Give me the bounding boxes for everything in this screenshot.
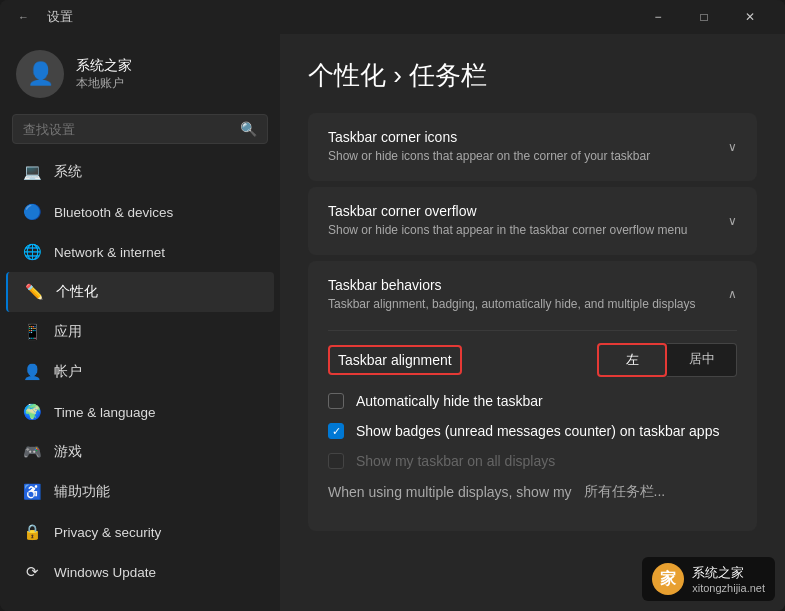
- sidebar-label-privacy: Privacy & security: [54, 525, 161, 540]
- watermark-name: 系统之家: [692, 564, 765, 582]
- user-info: 系统之家 本地账户: [76, 57, 132, 92]
- checkbox-autohide[interactable]: [328, 393, 344, 409]
- user-profile[interactable]: 👤 系统之家 本地账户: [0, 34, 280, 110]
- sidebar-item-system[interactable]: 💻 系统: [6, 152, 274, 192]
- privacy-icon: 🔒: [22, 522, 42, 542]
- gaming-icon: 🎮: [22, 442, 42, 462]
- content-area: 个性化 › 任务栏 Taskbar corner icons Show or h…: [280, 34, 785, 611]
- user-name: 系统之家: [76, 57, 132, 75]
- checkbox-row-badges: ✓ Show badges (unread messages counter) …: [328, 423, 737, 439]
- partial-row: When using multiple displays, show my 所有…: [328, 483, 737, 501]
- alignment-option-left[interactable]: 左: [597, 343, 667, 377]
- sidebar-label-time: Time & language: [54, 405, 156, 420]
- sidebar-label-gaming: 游戏: [54, 443, 82, 461]
- page-title: 个性化 › 任务栏: [308, 58, 757, 93]
- sidebar-label-network: Network & internet: [54, 245, 165, 260]
- behaviors-content: Taskbar alignment 左 居中 Automatically hid…: [308, 330, 757, 531]
- chevron-down-icon: ∨: [728, 140, 737, 154]
- card-corner-icons-text: Taskbar corner icons Show or hide icons …: [328, 129, 728, 165]
- alignment-label: Taskbar alignment: [338, 352, 452, 368]
- search-box[interactable]: 🔍: [12, 114, 268, 144]
- personalization-icon: ✏️: [24, 282, 44, 302]
- apps-icon: 📱: [22, 322, 42, 342]
- sidebar-label-bluetooth: Bluetooth & devices: [54, 205, 173, 220]
- sidebar-item-accessibility[interactable]: ♿ 辅助功能: [6, 472, 274, 512]
- window-title: 设置: [47, 8, 73, 26]
- card-behaviors-text: Taskbar behaviors Taskbar alignment, bad…: [328, 277, 728, 313]
- back-button[interactable]: ←: [12, 7, 35, 27]
- accessibility-icon: ♿: [22, 482, 42, 502]
- minimize-button[interactable]: −: [635, 0, 681, 34]
- checkbox-label-badges: Show badges (unread messages counter) on…: [356, 423, 719, 439]
- sidebar-label-accessibility: 辅助功能: [54, 483, 110, 501]
- title-bar: ← 设置 − □ ✕: [0, 0, 785, 34]
- alignment-option-center[interactable]: 居中: [667, 343, 737, 377]
- sidebar-item-personalization[interactable]: ✏️ 个性化: [6, 272, 274, 312]
- sidebar-item-privacy[interactable]: 🔒 Privacy & security: [6, 512, 274, 552]
- maximize-button[interactable]: □: [681, 0, 727, 34]
- card-corner-icons: Taskbar corner icons Show or hide icons …: [308, 113, 757, 181]
- card-behaviors: Taskbar behaviors Taskbar alignment, bad…: [308, 261, 757, 532]
- sidebar-item-gaming[interactable]: 🎮 游戏: [6, 432, 274, 472]
- card-corner-icons-subtitle: Show or hide icons that appear on the co…: [328, 148, 728, 165]
- window-controls: − □ ✕: [635, 0, 773, 34]
- card-behaviors-title: Taskbar behaviors: [328, 277, 728, 293]
- card-corner-overflow-row[interactable]: Taskbar corner overflow Show or hide ico…: [308, 187, 757, 255]
- watermark-logo: 家: [652, 563, 684, 595]
- search-icon: 🔍: [240, 121, 257, 137]
- card-corner-icons-title: Taskbar corner icons: [328, 129, 728, 145]
- chevron-up-icon: ∧: [728, 287, 737, 301]
- accounts-icon: 👤: [22, 362, 42, 382]
- card-corner-overflow-subtitle: Show or hide icons that appear in the ta…: [328, 222, 728, 239]
- card-corner-overflow: Taskbar corner overflow Show or hide ico…: [308, 187, 757, 255]
- checkbox-row-autohide: Automatically hide the taskbar: [328, 393, 737, 409]
- card-corner-icons-row[interactable]: Taskbar corner icons Show or hide icons …: [308, 113, 757, 181]
- sidebar-item-apps[interactable]: 📱 应用: [6, 312, 274, 352]
- card-corner-overflow-title: Taskbar corner overflow: [328, 203, 728, 219]
- sidebar-item-update[interactable]: ⟳ Windows Update: [6, 552, 274, 592]
- card-corner-overflow-text: Taskbar corner overflow Show or hide ico…: [328, 203, 728, 239]
- sidebar-label-update: Windows Update: [54, 565, 156, 580]
- sidebar-label-personalization: 个性化: [56, 283, 98, 301]
- avatar: 👤: [16, 50, 64, 98]
- sidebar-item-accounts[interactable]: 👤 帐户: [6, 352, 274, 392]
- user-subtitle: 本地账户: [76, 75, 132, 92]
- checkbox-label-autohide: Automatically hide the taskbar: [356, 393, 543, 409]
- time-icon: 🌍: [22, 402, 42, 422]
- checkbox-badges[interactable]: ✓: [328, 423, 344, 439]
- partial-value: 所有任务栏...: [584, 483, 666, 501]
- settings-window: ← 设置 − □ ✕ 👤 系统之家 本地账户 �: [0, 0, 785, 611]
- search-input[interactable]: [23, 122, 232, 137]
- checkbox-row-all-displays: Show my taskbar on all displays: [328, 453, 737, 469]
- system-icon: 💻: [22, 162, 42, 182]
- watermark: 家 系统之家 xitongzhijia.net: [642, 557, 775, 601]
- checkbox-label-all-displays: Show my taskbar on all displays: [356, 453, 555, 469]
- sidebar-label-system: 系统: [54, 163, 82, 181]
- checkbox-all-displays[interactable]: [328, 453, 344, 469]
- watermark-url: xitongzhijia.net: [692, 582, 765, 594]
- title-bar-left: ← 设置: [12, 7, 73, 27]
- sidebar-label-accounts: 帐户: [54, 363, 82, 381]
- card-behaviors-header[interactable]: Taskbar behaviors Taskbar alignment, bad…: [308, 261, 757, 329]
- bluetooth-icon: 🔵: [22, 202, 42, 222]
- sidebar-label-apps: 应用: [54, 323, 82, 341]
- partial-label: When using multiple displays, show my: [328, 484, 572, 500]
- close-button[interactable]: ✕: [727, 0, 773, 34]
- network-icon: 🌐: [22, 242, 42, 262]
- alignment-row: Taskbar alignment 左 居中: [328, 343, 737, 377]
- sidebar-item-network[interactable]: 🌐 Network & internet: [6, 232, 274, 272]
- chevron-down-icon-2: ∨: [728, 214, 737, 228]
- watermark-text-block: 系统之家 xitongzhijia.net: [692, 564, 765, 594]
- card-behaviors-subtitle: Taskbar alignment, badging, automaticall…: [328, 296, 728, 313]
- update-icon: ⟳: [22, 562, 42, 582]
- main-layout: 👤 系统之家 本地账户 🔍 💻 系统 🔵 Bluetooth & devices: [0, 34, 785, 611]
- sidebar-item-bluetooth[interactable]: 🔵 Bluetooth & devices: [6, 192, 274, 232]
- sidebar: 👤 系统之家 本地账户 🔍 💻 系统 🔵 Bluetooth & devices: [0, 34, 280, 611]
- alignment-dropdown: 左 居中: [597, 343, 737, 377]
- sidebar-item-time[interactable]: 🌍 Time & language: [6, 392, 274, 432]
